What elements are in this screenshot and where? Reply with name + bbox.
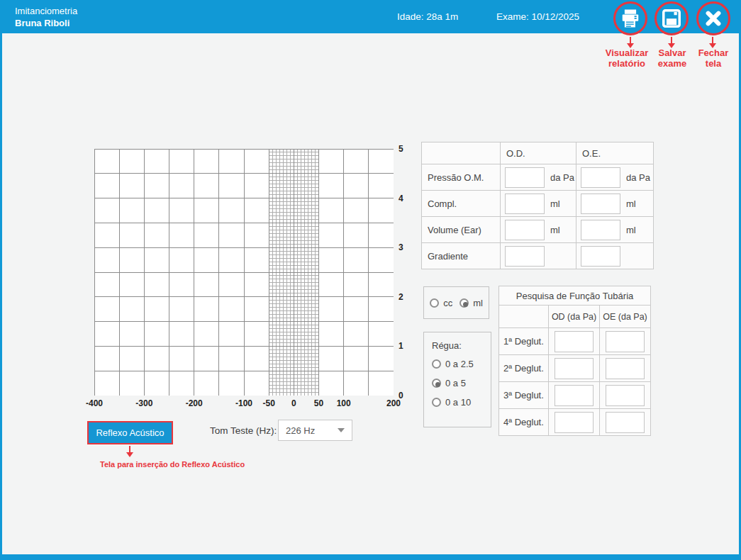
app-title: Imitanciometria [15, 5, 77, 17]
tubaria-od-input-row1[interactable] [555, 331, 594, 352]
radio-regua-0-a-10[interactable]: 0 a 10 [432, 397, 491, 408]
oe-input-row3[interactable] [581, 220, 620, 240]
x-axis-tick: 0 [291, 398, 296, 408]
tubaria-row: 1ª Deglut. [499, 328, 651, 355]
tubaria-oe-input-row3[interactable] [606, 385, 645, 406]
radio-icon[interactable] [432, 379, 441, 388]
tubaria-title: Pesquisa de Função Tubária [499, 286, 651, 306]
x-axis-tick: -50 [262, 398, 274, 408]
od-input-row4[interactable] [505, 246, 545, 267]
tubaria-row-label: 2ª Deglut. [499, 355, 549, 382]
unit-label: ml [626, 225, 636, 235]
radio-regua-0-a-5[interactable]: 0 a 5 [432, 378, 491, 388]
radio-icon[interactable] [432, 398, 441, 407]
measure-row: Pressão O.M.da Pada Pa [422, 164, 654, 191]
x-axis-tick: 50 [314, 398, 323, 408]
y-axis-tick: 0 [399, 391, 416, 401]
radio-label: 0 a 2.5 [445, 359, 474, 369]
radio-label: 0 a 5 [445, 378, 466, 388]
oe-input-row2[interactable] [581, 194, 620, 214]
radio-icon[interactable] [432, 359, 441, 369]
unit-label: ml [550, 198, 560, 209]
reflexo-annotation-caption: Tela para inserção do Reflexo Acústico [100, 460, 245, 469]
regua-title: Régua: [432, 340, 491, 351]
od-input-row3[interactable] [505, 220, 545, 240]
window-border-bottom [0, 554, 741, 560]
tubaria-od-input-row2[interactable] [555, 358, 594, 379]
x-axis-tick: -300 [135, 398, 152, 408]
od-input-row1[interactable] [505, 167, 545, 188]
chevron-down-icon [338, 428, 345, 432]
close-annotation-arrow [712, 37, 713, 43]
window-border-left [0, 0, 2, 560]
tubaria-oe-input-row2[interactable] [606, 358, 645, 379]
close-annotation-label: Fechar tela [667, 47, 741, 69]
tom-teste-value: 226 Hz [286, 425, 315, 436]
measure-row-label: Gradiente [422, 243, 501, 269]
radio-unit-cc[interactable]: cc [430, 298, 452, 308]
tubaria-row: 3ª Deglut. [499, 382, 651, 409]
measure-row-label: Volume (Ear) [422, 217, 501, 243]
regua-box: Régua: 0 a 2.50 a 50 a 10 [423, 332, 491, 427]
radio-regua-0-a-2_5[interactable]: 0 a 2.5 [432, 359, 491, 369]
reflexo-acustico-button[interactable]: Reflexo Acústico [87, 421, 173, 444]
reflexo-annotation-arrow [129, 446, 130, 454]
tubaria-row-label: 4ª Deglut. [499, 409, 549, 436]
printer-icon [620, 8, 641, 29]
patient-name: Bruna Riboli [15, 17, 69, 29]
tubaria-row-label: 3ª Deglut. [499, 382, 549, 409]
imitanciometria-window: Imitanciometria Bruna Riboli Idade: 28a … [0, 0, 741, 560]
tubaria-od-input-row3[interactable] [555, 385, 594, 406]
radio-label: cc [443, 298, 452, 308]
save-annotation-arrow [671, 37, 672, 43]
unit-label: ml [550, 225, 560, 235]
unit-label: da Pa [626, 172, 650, 183]
measure-row: Gradiente [422, 243, 654, 269]
radio-icon[interactable] [459, 298, 469, 308]
unit-label: ml [626, 198, 636, 209]
tubaria-oe-input-row4[interactable] [606, 412, 645, 433]
measurements-table: O.D.O.E.Pressão O.M.da Pada PaCompl.mlml… [421, 142, 654, 269]
oe-input-row1[interactable] [581, 167, 620, 188]
save-icon [661, 8, 682, 29]
tubaria-header-oe: OE (da Pa) [600, 306, 651, 328]
measure-row: Compl.mlml [422, 191, 654, 217]
tubaria-row-label: 1ª Deglut. [499, 328, 549, 355]
measure-header-empty [422, 142, 501, 164]
print-annotation-arrow [630, 37, 631, 43]
radio-label: ml [473, 298, 483, 308]
tubaria-row: 4ª Deglut. [499, 409, 651, 436]
y-axis-tick: 3 [399, 242, 416, 252]
radio-icon[interactable] [430, 298, 439, 308]
tubaria-row: 2ª Deglut. [499, 355, 651, 382]
y-axis-tick: 4 [399, 194, 416, 203]
measure-header-oe: O.E. [576, 142, 654, 164]
close-icon [702, 7, 725, 30]
tubaria-table: Pesquisa de Função TubáriaOD (da Pa)OE (… [498, 286, 651, 436]
exam-date-label: Exame: 10/12/2025 [496, 11, 579, 22]
unit-label: da Pa [550, 172, 574, 183]
save-exam-button[interactable] [654, 1, 689, 35]
measure-header-od: O.D. [501, 142, 576, 164]
tom-teste-label: Tom Teste (Hz): [210, 425, 277, 436]
radio-label: 0 a 10 [445, 397, 471, 408]
x-axis-tick: 100 [337, 398, 351, 408]
oe-input-row4[interactable] [581, 246, 620, 267]
tubaria-oe-input-row1[interactable] [606, 331, 645, 352]
radio-unit-ml[interactable]: ml [459, 298, 483, 308]
tom-teste-dropdown[interactable]: 226 Hz [278, 420, 352, 441]
y-axis-tick: 5 [399, 144, 416, 154]
x-axis-tick: -100 [235, 398, 252, 408]
close-screen-button[interactable] [696, 1, 730, 35]
measure-row: Volume (Ear)mlml [422, 217, 654, 243]
tubaria-header-od: OD (da Pa) [549, 306, 600, 328]
x-axis-tick: -400 [86, 398, 103, 408]
unit-selector: ccml [423, 286, 489, 319]
measure-row-label: Pressão O.M. [422, 164, 501, 191]
od-input-row2[interactable] [505, 194, 545, 214]
print-report-button[interactable] [613, 1, 647, 35]
y-axis-tick: 1 [399, 341, 416, 351]
measure-row-label: Compl. [422, 191, 501, 217]
age-label: Idade: 28a 1m [397, 11, 458, 22]
tubaria-od-input-row4[interactable] [555, 412, 594, 433]
